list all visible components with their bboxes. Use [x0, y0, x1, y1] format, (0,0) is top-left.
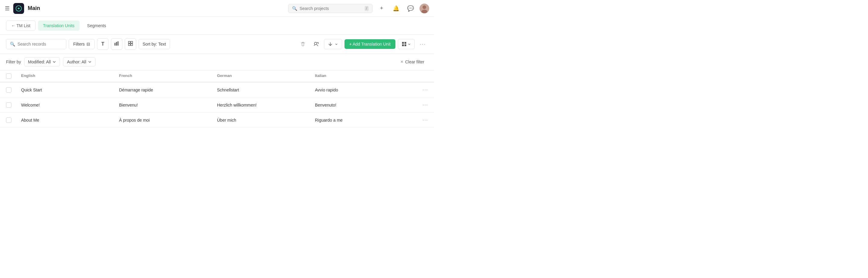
author-filter[interactable]: Author: All: [63, 57, 96, 66]
cell-italian-0: Avvio rapido: [315, 87, 413, 92]
cell-french-0: Démarrage rapide: [119, 87, 217, 92]
svg-rect-5: [116, 42, 117, 46]
cell-german-1: Herzlich willkommen!: [217, 103, 315, 108]
table-row: Quick Start Démarrage rapide Schnellstar…: [0, 82, 434, 98]
svg-rect-8: [131, 41, 133, 43]
svg-rect-9: [128, 44, 130, 46]
filter-by-label: Filter by: [6, 59, 21, 64]
search-records-input[interactable]: [18, 41, 62, 47]
more-icon: ⋯: [420, 40, 426, 48]
column-header-italian: Italian: [315, 73, 413, 79]
search-icon: 🔍: [292, 6, 297, 11]
svg-rect-13: [404, 42, 406, 44]
cell-english-0: Quick Start: [21, 87, 119, 92]
modified-filter[interactable]: Modified: All: [24, 57, 60, 66]
filter-icon: ⊟: [87, 41, 90, 47]
cell-french-2: À propos de moi: [119, 118, 217, 122]
clear-filter-x-icon: ×: [401, 59, 403, 64]
delete-button[interactable]: [298, 39, 308, 50]
column-header-german: German: [217, 73, 315, 79]
table-row: About Me À propos de moi Über mich Rigua…: [0, 113, 434, 128]
text-format-button[interactable]: T: [97, 38, 108, 50]
user-avatar[interactable]: [420, 4, 429, 13]
svg-rect-14: [402, 45, 404, 46]
cell-english-2: About Me: [21, 118, 119, 122]
row-checkbox-2[interactable]: [6, 117, 11, 123]
search-records-icon: 🔍: [10, 41, 15, 47]
more-options-button[interactable]: ⋯: [417, 39, 428, 50]
top-navigation: ☰ Main 🔍 / + 🔔 💬: [0, 0, 434, 17]
import-sort-button[interactable]: [324, 39, 342, 49]
expand-button[interactable]: [125, 38, 136, 50]
clear-filter-label: Clear filter: [405, 59, 424, 64]
kbd-slash: /: [365, 6, 369, 11]
search-replace-button[interactable]: [311, 39, 321, 50]
bar-chart-button[interactable]: [111, 38, 122, 50]
add-translation-unit-button[interactable]: + Add Translation Unit: [344, 39, 396, 49]
app-logo: [13, 3, 24, 14]
search-records-field[interactable]: 🔍: [6, 39, 66, 49]
filters-label: Filters: [73, 41, 85, 47]
cell-italian-1: Benvenuto!: [315, 103, 413, 108]
row-actions-2[interactable]: ···: [413, 117, 428, 123]
svg-point-11: [314, 42, 317, 45]
svg-point-2: [423, 5, 426, 9]
view-toggle-button[interactable]: [398, 39, 415, 49]
add-icon-button[interactable]: +: [376, 3, 387, 14]
svg-rect-4: [115, 43, 116, 46]
toolbar: 🔍 Filters ⊟ T Sort by: Text: [0, 35, 434, 54]
column-header-english: English: [21, 73, 119, 79]
svg-rect-10: [131, 44, 133, 46]
row-actions-1[interactable]: ···: [413, 102, 428, 108]
row-checkbox-1[interactable]: [6, 102, 11, 108]
notifications-button[interactable]: 🔔: [391, 3, 401, 14]
tabs-bar: ← TM List Translation Units Segments: [0, 17, 434, 35]
chat-icon: 💬: [407, 5, 414, 12]
segments-tab[interactable]: Segments: [82, 21, 111, 31]
sort-button[interactable]: Sort by: Text: [138, 39, 170, 49]
svg-rect-7: [128, 41, 130, 43]
cell-english-1: Welcome!: [21, 103, 119, 108]
expand-icon: [128, 41, 133, 47]
row-more-icon-1: ···: [423, 102, 428, 108]
tm-list-tab[interactable]: ← TM List: [6, 21, 36, 31]
row-more-icon-0: ···: [423, 87, 428, 93]
hamburger-icon[interactable]: ☰: [5, 5, 10, 12]
cell-german-0: Schnellstart: [217, 87, 315, 92]
project-search-bar[interactable]: 🔍 /: [288, 4, 373, 13]
text-format-icon: T: [101, 41, 104, 47]
svg-rect-12: [402, 42, 404, 44]
bar-chart-icon: [114, 41, 119, 47]
bell-icon: 🔔: [393, 5, 399, 12]
filter-bar: Filter by Modified: All Author: All × Cl…: [0, 54, 434, 70]
column-header-french: French: [119, 73, 217, 79]
row-actions-0[interactable]: ···: [413, 87, 428, 93]
table-body: Quick Start Démarrage rapide Schnellstar…: [0, 82, 434, 128]
clear-filter-button[interactable]: × Clear filter: [397, 57, 428, 66]
modified-chevron-icon: [53, 60, 56, 64]
cell-german-2: Über mich: [217, 118, 315, 122]
author-chevron-icon: [88, 60, 92, 64]
table-header: English French German Italian: [0, 70, 434, 82]
project-search-input[interactable]: [300, 6, 362, 11]
row-checkbox-0[interactable]: [6, 87, 11, 93]
modified-filter-label: Modified: All: [28, 59, 51, 64]
svg-rect-6: [118, 41, 119, 46]
cell-italian-2: Riguardo a me: [315, 118, 413, 122]
translation-units-tab[interactable]: Translation Units: [38, 21, 80, 31]
author-filter-label: Author: All: [67, 59, 86, 64]
cell-french-1: Bienvenu!: [119, 103, 217, 108]
svg-rect-15: [404, 45, 406, 46]
app-title: Main: [28, 5, 40, 11]
filters-button[interactable]: Filters ⊟: [69, 39, 95, 49]
table-row: Welcome! Bienvenu! Herzlich willkommen! …: [0, 98, 434, 113]
select-all-checkbox[interactable]: [6, 73, 11, 79]
chat-button[interactable]: 💬: [405, 3, 416, 14]
row-more-icon-2: ···: [423, 117, 428, 123]
